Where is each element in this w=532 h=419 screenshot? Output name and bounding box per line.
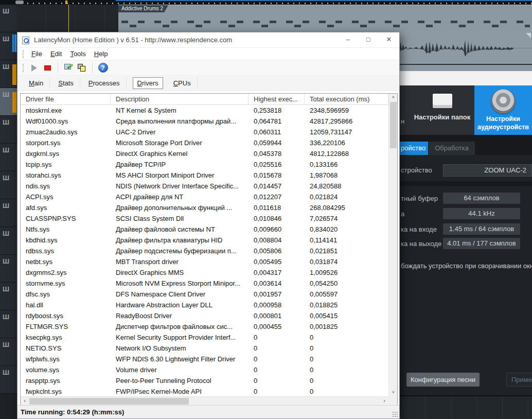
cell-description: Драйвер файловой системы NT xyxy=(111,224,249,235)
table-row[interactable]: Ntfs.sysДрайвер файловой системы NT0,009… xyxy=(21,224,388,235)
option-value-field[interactable]: 4.01 ms / 177 сэмплов xyxy=(443,238,520,249)
table-row[interactable]: CLASSPNP.SYSSCSI Class System Dll0,01084… xyxy=(21,213,388,224)
stop-monitor-button[interactable] xyxy=(41,62,54,74)
tab-device[interactable]: ройство xyxy=(400,142,428,155)
table-row[interactable]: wfplwfs.sysWFP NDIS 6.30 Lightweight Fil… xyxy=(21,354,388,364)
track-header[interactable]: Ш xyxy=(0,366,17,394)
scroll-left-arrow[interactable]: ‹ xyxy=(21,397,29,406)
table-row[interactable]: kbdhid.sysДрайвер фильтра клавиатуры HID… xyxy=(21,235,388,246)
track-header[interactable]: Ш xyxy=(0,32,17,60)
table-row[interactable]: rdyboost.sysReadyBoost Driver0,0008010,0… xyxy=(21,310,388,321)
column-header[interactable]: Total execution (ms) xyxy=(305,94,388,104)
menu-tools[interactable]: Tools xyxy=(66,50,90,58)
menu-help[interactable]: Help xyxy=(90,50,112,58)
apply-button[interactable]: Приме xyxy=(506,373,532,387)
table-row[interactable]: raspptp.sysPeer-to-Peer Tunneling Protoc… xyxy=(21,375,388,386)
help-button[interactable]: ? xyxy=(96,62,110,74)
option-value-field[interactable]: 44.1 kHz xyxy=(443,208,520,219)
audio-clip[interactable] xyxy=(400,32,532,64)
horizontal-scroll-thumb[interactable] xyxy=(29,398,189,405)
track-header[interactable]: Ш xyxy=(0,5,17,32)
midi-clip[interactable]: Addictive Drums 2 xyxy=(118,5,532,32)
track-header[interactable]: Ш xyxy=(0,227,17,255)
release-device-checkbox-label[interactable]: бождать устройство при сворачивании окна xyxy=(401,262,532,270)
table-row[interactable]: Wdf01000.sysСреда выполнения платформы д… xyxy=(21,116,388,127)
table-row[interactable]: ndis.sysNDIS (Network Driver Interface S… xyxy=(21,181,388,191)
table-row[interactable]: storport.sysMicrosoft Storage Port Drive… xyxy=(21,137,388,148)
maximize-button[interactable]: □ xyxy=(358,32,379,48)
track-header[interactable]: Ш xyxy=(0,116,17,144)
cell-highest-exec: 0,253818 xyxy=(249,105,305,116)
tab-stats[interactable]: Stats xyxy=(52,77,80,89)
track-list-sidebar: ШШШШШШШШШШШШШШ xyxy=(0,5,17,419)
vertical-scroll-thumb[interactable] xyxy=(390,102,397,148)
option-value-field[interactable]: 64 сэмплов xyxy=(443,193,520,204)
tab-processing[interactable]: Обработка xyxy=(429,142,475,155)
daw-timeline-ruler[interactable] xyxy=(0,0,532,5)
title-bar[interactable]: LatencyMon (Home Edition ) v 6.51 - http… xyxy=(17,32,399,48)
table-row[interactable]: volume.sysVolume driver00 xyxy=(21,364,388,375)
table-row[interactable]: rdbss.sysДрайвер подсистемы буферизации … xyxy=(21,246,388,256)
ruler-marker[interactable] xyxy=(15,1,24,4)
audio-settings-button[interactable]: Настройки аудиоустройств xyxy=(474,85,532,135)
close-button[interactable]: ✕ xyxy=(379,32,399,48)
vertical-scrollbar[interactable]: ˄ ˅ xyxy=(388,94,397,396)
song-config-button[interactable]: Конфигурация песни xyxy=(406,373,480,387)
table-row[interactable]: dxgkrnl.sysDirectX Graphics Kernel0,0453… xyxy=(21,148,388,159)
device-select[interactable]: ZOOM UAC-2 xyxy=(443,164,532,177)
table-row[interactable]: netbt.sysMBT Transport driver0,0054950,0… xyxy=(21,256,388,267)
menu-edit[interactable]: Edit xyxy=(46,50,66,58)
scroll-right-arrow[interactable]: › xyxy=(380,397,388,406)
scroll-down-arrow[interactable]: ˅ xyxy=(389,389,398,396)
edit-report-button[interactable] xyxy=(62,62,75,74)
audio-device-panel: стройство ZOOM UAC-2 тный буфер64 сэмпло… xyxy=(400,155,532,395)
table-header[interactable]: Driver fileDescriptionHighest exec...Tot… xyxy=(21,94,388,105)
track-header[interactable]: Ш xyxy=(0,199,17,227)
track-header[interactable]: Ш xyxy=(0,255,17,283)
track-header[interactable]: Ш xyxy=(0,338,17,366)
tab-main[interactable]: Main xyxy=(23,77,50,89)
track-header[interactable]: Ш xyxy=(0,60,17,88)
option-value-field[interactable]: 1.45 ms / 64 сэмплов xyxy=(443,223,520,235)
table-row[interactable]: FLTMGR.SYSДиспетчер фильтров файловых си… xyxy=(21,321,388,332)
track-header[interactable]: Ш xyxy=(0,171,17,199)
toolbar-drag-handle[interactable] xyxy=(23,50,24,58)
table-row[interactable]: NETIO.SYSNetwork I/O Subsystem00 xyxy=(21,343,388,354)
column-header[interactable]: Description xyxy=(111,94,249,104)
column-header[interactable]: Highest exec... xyxy=(249,94,305,104)
column-header[interactable]: Driver file xyxy=(21,94,111,104)
tab-cpus[interactable]: CPUs xyxy=(167,77,198,89)
table-row[interactable]: hal.dllHardware Abstraction Layer DLL0,0… xyxy=(21,300,388,310)
track-header[interactable]: Ш xyxy=(0,283,17,310)
table-row[interactable]: afd.sysДрайвер дополнительных функций ..… xyxy=(21,202,388,213)
table-row[interactable]: tcpip.sysДрайвер TCP/IP0,0255160,133166 xyxy=(21,159,388,170)
arrangement-area[interactable]: Addictive Drums 2 xyxy=(17,5,532,32)
table-row[interactable]: fwpkclnt.sysFWP/IPsec Kernel-Mode API00 xyxy=(21,386,388,396)
table-row[interactable]: ACPI.sysACPI драйвер для NT0,0122070,021… xyxy=(21,191,388,202)
table-row[interactable]: stornvme.sysMicrosoft NVM Express Storpo… xyxy=(21,278,388,289)
table-row[interactable]: storahci.sysMS AHCI Storport Miniport Dr… xyxy=(21,170,388,181)
table-row[interactable]: zmuac2audio.sysUAC-2 Driver0,06031112059… xyxy=(21,127,388,137)
table-row[interactable]: ntoskrnl.exeNT Kernel & System0,25381823… xyxy=(21,105,388,116)
menu-file[interactable]: File xyxy=(27,50,46,58)
folders-settings-button[interactable]: Настройки папок xyxy=(410,90,474,133)
cell-total-exec: 0,021824 xyxy=(305,191,388,202)
resize-grip[interactable] xyxy=(392,411,398,417)
track-header[interactable]: Ш xyxy=(0,144,17,171)
cell-driver-file: dfsc.sys xyxy=(21,289,111,300)
horizontal-scrollbar[interactable]: ‹ › xyxy=(21,396,388,405)
toolbar-drag-handle-2[interactable] xyxy=(23,64,24,72)
table-row[interactable]: ksecpkg.sysKernel Security Support Provi… xyxy=(21,332,388,343)
minimize-button[interactable]: – xyxy=(338,32,358,48)
start-monitor-button[interactable] xyxy=(27,62,41,74)
tab-processes[interactable]: Processes xyxy=(82,77,127,89)
scroll-up-arrow[interactable]: ˄ xyxy=(389,94,398,101)
track-header[interactable]: Ш xyxy=(0,88,17,116)
track-header[interactable]: Ш xyxy=(0,310,17,338)
cell-driver-file: ksecpkg.sys xyxy=(21,332,111,343)
table-row[interactable]: dfsc.sysDFS Namespace Client Driver0,001… xyxy=(21,289,388,300)
table-row[interactable]: dxgmms2.sysDirectX Graphics MMS0,0043171… xyxy=(21,267,388,278)
tab-drivers[interactable]: Drivers xyxy=(133,77,163,89)
scrollbar-corner xyxy=(388,396,397,405)
copy-report-button[interactable] xyxy=(75,62,88,74)
